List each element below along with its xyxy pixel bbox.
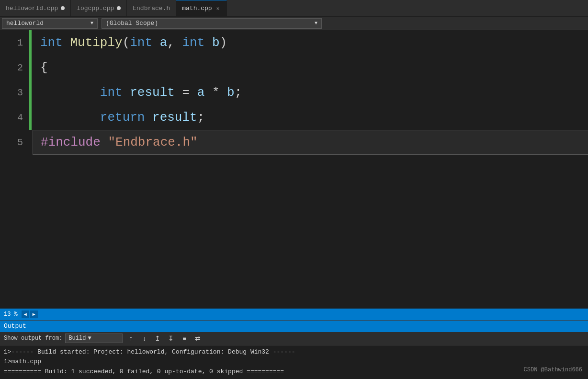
- chevron-down-icon: ▼: [88, 335, 91, 342]
- scroll-buttons: ◀ ▶: [22, 310, 38, 318]
- scope-dropdown-value: (Global Scope): [106, 20, 158, 27]
- tab-label: math.cpp: [182, 5, 212, 12]
- dirty-indicator: [61, 6, 65, 10]
- project-dropdown-value: helloworld: [6, 20, 44, 27]
- keyword-int-result: int: [100, 85, 123, 100]
- tab-math[interactable]: math.cpp ✕: [176, 0, 227, 16]
- line-number-5: 5: [0, 130, 29, 155]
- tab-label: Endbrace.h: [133, 5, 170, 12]
- margin-indicator-4: [29, 105, 32, 130]
- scroll-right-btn[interactable]: ▶: [30, 310, 38, 318]
- margin-indicator-2: [29, 55, 32, 80]
- keyword-int: int: [40, 35, 63, 50]
- tab-logcpp[interactable]: logcpp.cpp: [71, 0, 127, 16]
- preprocessor-include: #include: [41, 135, 101, 149]
- output-title: Output: [4, 322, 26, 330]
- output-source-dropdown[interactable]: Build ▼: [65, 333, 123, 343]
- code-line-1: int Mutiply ( int a , int b ): [40, 30, 588, 55]
- open-brace: {: [40, 60, 48, 75]
- line-number-3: 3: [0, 80, 29, 105]
- chevron-down-icon: ▼: [90, 21, 93, 26]
- output-content: 1>------ Build started: Project: hellowo…: [0, 345, 588, 379]
- code-line-3: int result = a * b ;: [40, 80, 588, 105]
- margin-bar: [29, 30, 33, 309]
- output-line-2: 1>math.cpp: [4, 357, 584, 367]
- var-b-ref: b: [227, 85, 235, 100]
- margin-indicator-3: [29, 80, 32, 105]
- tab-label: helloworld.cpp: [6, 5, 58, 12]
- code-editor[interactable]: int Mutiply ( int a , int b ) { int resu…: [33, 30, 588, 309]
- output-line-3: ========== Build: 1 succeeded, 0 failed,…: [4, 367, 584, 377]
- line-number-1: 1: [0, 30, 29, 55]
- editor-area: 1 2 3 4 5 int Mutiply ( int a , int b ): [0, 30, 588, 309]
- scroll-left-btn[interactable]: ◀: [22, 310, 29, 318]
- code-line-5: #include "Endbrace.h": [33, 130, 588, 155]
- line-number-2: 2: [0, 55, 29, 80]
- status-bar: 13 % ◀ ▶: [0, 309, 588, 320]
- function-name: Mutiply: [70, 35, 122, 50]
- output-line-1: 1>------ Build started: Project: hellowo…: [4, 347, 584, 357]
- output-source-value: Build: [68, 335, 86, 342]
- code-line-2: {: [40, 55, 588, 80]
- scroll-down-button[interactable]: ↓: [139, 333, 149, 343]
- keyword-int-param1: int: [130, 35, 152, 50]
- include-string: "Endbrace.h": [108, 135, 197, 149]
- line-number-4: 4: [0, 105, 29, 130]
- tab-helloworld[interactable]: helloworld.cpp: [0, 0, 71, 16]
- tab-bar: helloworld.cpp logcpp.cpp Endbrace.h mat…: [0, 0, 588, 17]
- output-header: Output: [0, 321, 588, 332]
- param-a: a: [160, 35, 168, 50]
- scroll-up-button[interactable]: ↑: [125, 333, 136, 343]
- var-result: result: [130, 85, 175, 100]
- project-dropdown[interactable]: helloworld ▼: [2, 18, 98, 29]
- zoom-level: 13 %: [4, 311, 18, 318]
- code-line-4: return result ;: [40, 105, 588, 130]
- tab-label: logcpp.cpp: [77, 5, 114, 12]
- toolbar-row: helloworld ▼ (Global Scope) ▼: [0, 17, 588, 30]
- var-result-return: result: [152, 110, 197, 125]
- find-button[interactable]: ⇄: [192, 333, 203, 343]
- scroll-bottom-button[interactable]: ↧: [166, 333, 176, 343]
- scroll-top-button[interactable]: ↥: [152, 333, 163, 343]
- output-source-label: Show output from:: [4, 335, 62, 342]
- tab-close-icon[interactable]: ✕: [215, 5, 221, 12]
- var-a-ref: a: [197, 85, 205, 100]
- scope-dropdown[interactable]: (Global Scope) ▼: [102, 18, 322, 29]
- dirty-indicator: [117, 6, 121, 10]
- tab-endbrace[interactable]: Endbrace.h: [127, 0, 176, 16]
- word-wrap-button[interactable]: ≡: [179, 333, 190, 343]
- keyword-return: return: [100, 110, 145, 125]
- output-panel: Output Show output from: Build ▼ ↑ ↓ ↥ ↧…: [0, 320, 588, 379]
- output-toolbar: Show output from: Build ▼ ↑ ↓ ↥ ↧ ≡ ⇄: [0, 332, 588, 345]
- keyword-int-param2: int: [182, 35, 205, 50]
- margin-indicator-1: [29, 30, 32, 55]
- margin-indicator-5: [29, 130, 33, 155]
- param-b: b: [212, 35, 220, 50]
- chevron-down-icon: ▼: [315, 21, 317, 26]
- line-numbers: 1 2 3 4 5: [0, 30, 29, 309]
